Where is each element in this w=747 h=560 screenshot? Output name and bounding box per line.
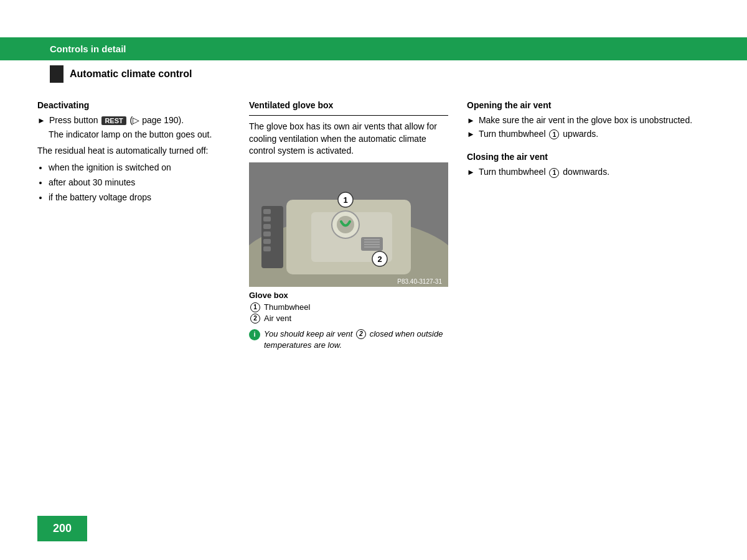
svg-rect-21: [263, 246, 271, 251]
svg-rect-19: [263, 231, 271, 236]
opening-heading: Opening the air vent: [467, 100, 710, 110]
bullet-item-30min: after about 30 minutes: [49, 177, 230, 189]
arrow-icon-2: ►: [467, 129, 475, 139]
bullet-item-ignition: when the ignition is switched on: [49, 162, 230, 174]
ventilated-heading: Ventilated glove box: [249, 100, 448, 110]
svg-rect-18: [263, 224, 271, 229]
thumbwheel-num-circle-up: 1: [549, 129, 559, 139]
glove-box-image: 1 2 P83.40-3127-31: [249, 162, 448, 287]
info-note: i You should keep air vent 2 closed when…: [249, 329, 448, 351]
indicator-text: The indicator lamp on the button goes ou…: [49, 129, 230, 141]
info-icon: i: [249, 329, 260, 340]
closing-heading: Closing the air vent: [467, 152, 710, 162]
thumbwheel-item: 1 Thumbwheel: [249, 302, 448, 312]
svg-rect-20: [263, 239, 271, 244]
left-column: Deactivating ► Press button REST (▷ page…: [37, 100, 230, 351]
bullet-item-battery: if the battery voltage drops: [49, 192, 230, 204]
residual-heat-text: The residual heat is automatically turne…: [37, 145, 230, 157]
closing-text-1: Turn thumbwheel 1 downwards.: [479, 167, 609, 177]
opening-text-1: Make sure the air vent in the glove box …: [479, 115, 692, 125]
svg-rect-16: [263, 209, 271, 214]
page-number-box: 200: [37, 516, 87, 541]
opening-item-2: ► Turn thumbwheel 1 upwards.: [467, 129, 710, 139]
air-vent-label: Air vent: [264, 314, 291, 323]
chapter-header: Controls in detail: [0, 37, 747, 60]
rest-badge: REST: [101, 116, 126, 125]
opening-text-2: Turn thumbwheel 1 upwards.: [479, 129, 598, 139]
svg-text:2: 2: [377, 254, 382, 264]
svg-rect-17: [263, 217, 271, 222]
glove-box-svg: 1 2 P83.40-3127-31: [249, 162, 448, 287]
num-2-circle: 2: [250, 314, 260, 324]
press-button-text: Press button REST (▷ page 190).: [49, 115, 184, 125]
info-note-text: You should keep air vent 2 closed when o…: [264, 329, 448, 351]
bullet-list: when the ignition is switched on after a…: [49, 162, 230, 203]
page-number: 200: [53, 522, 72, 534]
arrow-icon-1: ►: [467, 116, 475, 125]
info-num-circle: 2: [356, 329, 366, 339]
svg-text:1: 1: [343, 195, 347, 205]
thumbwheel-num-circle-down: 1: [549, 168, 559, 178]
middle-column: Ventilated glove box The glove box has i…: [249, 100, 448, 351]
section-title-bar: Automatic climate control: [0, 60, 747, 88]
thumbwheel-label: Thumbwheel: [264, 302, 310, 312]
opening-item-1: ► Make sure the air vent in the glove bo…: [467, 115, 710, 125]
arrow-icon: ►: [37, 116, 45, 125]
closing-item-1: ► Turn thumbwheel 1 downwards.: [467, 167, 710, 177]
air-vent-item: 2 Air vent: [249, 314, 448, 324]
num-1-circle: 1: [250, 302, 260, 312]
svg-rect-15: [261, 206, 283, 268]
ventilated-body: The glove box has its own air vents that…: [249, 121, 448, 157]
deactivating-heading: Deactivating: [37, 100, 230, 110]
arrow-icon-3: ►: [467, 167, 475, 177]
section-divider: [249, 115, 448, 116]
svg-text:P83.40-3127-31: P83.40-3127-31: [397, 278, 442, 285]
glove-box-label: Glove box: [249, 291, 448, 300]
section-title-block-icon: [50, 65, 63, 83]
press-button-item: ► Press button REST (▷ page 190).: [37, 115, 230, 125]
right-column: Opening the air vent ► Make sure the air…: [467, 100, 710, 351]
content-area: Deactivating ► Press button REST (▷ page…: [0, 100, 747, 351]
section-title: Automatic climate control: [70, 68, 192, 80]
chapter-title: Controls in detail: [50, 44, 126, 54]
